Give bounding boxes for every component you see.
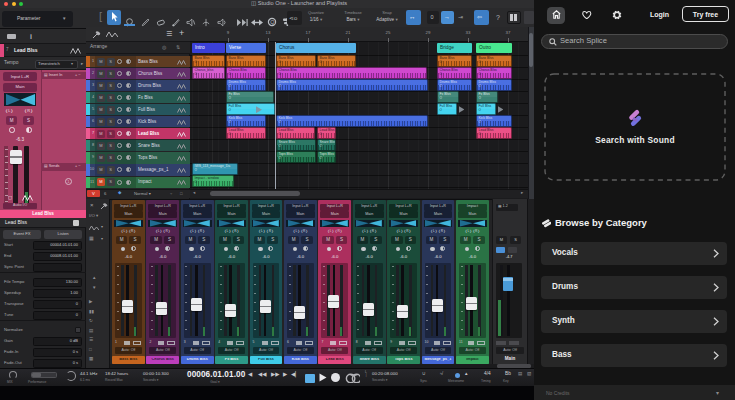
- svg-text:Q: Q: [270, 19, 275, 25]
